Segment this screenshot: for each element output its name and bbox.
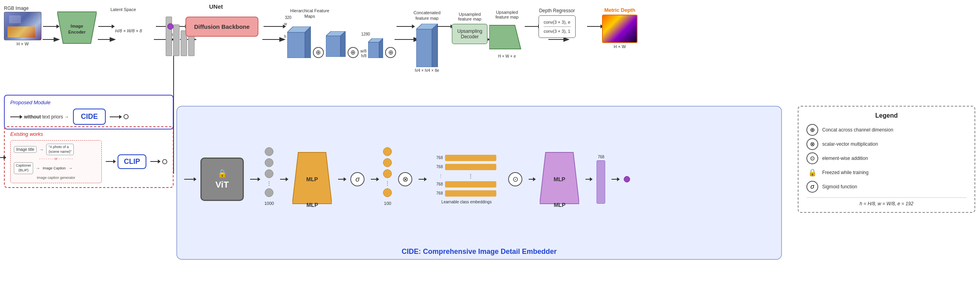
multiply-circle: ⊗ (398, 172, 412, 186)
dot-1 (265, 147, 273, 156)
sigmoid-icon: σ (806, 181, 818, 193)
existing-input-box: Image title → "A photo of a{scene name}"… (10, 140, 102, 183)
orange-dot-4 (383, 188, 392, 197)
legend-item-concat: ⊕ Concat across channel dimension (806, 124, 967, 136)
upsampling-decoder-block: Upsampled feature map Upsampling Decoder (452, 12, 488, 44)
svg-text:Image: Image (71, 24, 83, 28)
vit-label: ViT (215, 180, 229, 190)
mlp1-label: MLP (307, 202, 318, 208)
metric-hw-label: H × W (614, 44, 626, 49)
diffusion-rect: Diffusion Backbone (185, 17, 258, 37)
feature-map-1 (287, 26, 311, 58)
output-dot-proposed (123, 114, 129, 119)
arrow-mlp1-sigma (338, 179, 344, 180)
latent-space-label: Latent Space (110, 7, 136, 12)
photo-quote-box: "A photo of a{scene name}" (46, 144, 74, 155)
feature-map-3 (368, 38, 383, 58)
diffusion-backbone-block: Diffusion Backbone (185, 17, 258, 37)
orange-dot-1 (383, 147, 392, 156)
main-container: RGB Image H × W Image Encoder Latent Spa… (0, 0, 980, 304)
svg-marker-23 (416, 29, 432, 67)
input-dots-column: ⋮ 1000 (264, 147, 274, 212)
class-embed-section: 768 768 ⋮ ⋮ 768 768 (431, 155, 502, 204)
legend-box: Legend ⊕ Concat across channel dimension… (798, 106, 975, 213)
vit-block: 🔒 ViT (200, 158, 244, 201)
legend-item-sigmoid: σ Sigmoid function (806, 181, 967, 193)
hier-feature-maps-block: Hierarchical Feature Maps 320 w h (284, 8, 396, 58)
hier-label: Hierarchical Feature Maps (284, 8, 335, 19)
upsampled-feature-block: Upsampled feature map H × W × e (489, 10, 525, 58)
unet-label: UNet (209, 3, 223, 10)
cide-box-proposed: CIDE (73, 109, 106, 125)
dim-768-out-label: 768 (598, 155, 604, 159)
dim-100-label: 100 (384, 201, 391, 206)
upsample-rect: Upsampling Decoder (452, 24, 488, 44)
concat-icon: ⊕ (806, 124, 818, 136)
svg-marker-16 (305, 26, 311, 58)
arrow-concat-upsample (437, 26, 451, 27)
mlp2-block: MLP MLP (540, 150, 579, 208)
rgb-label: RGB Image (4, 6, 29, 11)
or-divider: - - - - - - - or - - - - - - - (14, 157, 98, 161)
arrow-rgb-encoder (43, 26, 57, 27)
mlp2-svg: MLP (540, 150, 579, 206)
arrow-encoder-latent (98, 26, 112, 27)
plus-op-3: ⊕ (385, 47, 396, 58)
proposed-module-title: Proposed Module (10, 99, 167, 105)
plus-op-1: ⊕ (313, 47, 324, 58)
concat-label: Concatenated feature map (413, 10, 441, 21)
conv2-label: conv(3 × 3), 1 (544, 28, 570, 34)
arrow-sigma-dots (371, 179, 377, 180)
legend-elementwise-text: element-wise addition (822, 156, 868, 161)
without-text-priors: without text priors → (24, 114, 69, 120)
lock-legend-icon: 🔒 (806, 167, 818, 178)
svg-marker-14 (287, 32, 305, 58)
existing-works-title: Existing works (10, 131, 167, 137)
upsampled-feature-svg (489, 21, 525, 53)
dot-4 (265, 188, 273, 197)
dot-2 (265, 158, 273, 167)
arrow-latent-purple (156, 26, 167, 27)
image-caption-label: Image Caption (43, 166, 66, 170)
arrow-in-proposed (10, 116, 20, 117)
svg-text:MLP: MLP (307, 176, 318, 182)
upsamp-label: Upsampled feature map (458, 12, 481, 21)
output-filled-circle-cide (624, 176, 630, 182)
arrow-in-cide (184, 179, 194, 180)
plus-op-2: ⊕ (348, 47, 359, 58)
latent-space-block: Latent Space (110, 7, 136, 14)
metric-depth-image (602, 15, 638, 43)
svg-marker-20 (368, 42, 379, 58)
orange-dots-column: ⋮ 100 (383, 147, 392, 212)
caption-gen-label: Image caption generator (14, 176, 98, 180)
cide-main-panel: CIDE: Comprehensive Image Detail Embedde… (176, 106, 782, 260)
dim-1000-label: 1000 (264, 201, 274, 206)
svg-text:Encoder: Encoder (68, 30, 86, 34)
feature-map-2 (326, 31, 346, 57)
legend-concat-text: Concat across channel dimension (822, 127, 893, 133)
dots-ellipsis-2: ⋮ (385, 180, 390, 186)
arrow-depth-metric (587, 26, 601, 27)
metric-depth-block: CIDE: Comprehensive Image Detail Embedde… (602, 7, 638, 49)
purple-inject-circle (167, 23, 174, 30)
concat-feature-block: Concatenated feature map h/4 × h/4 × 8e (413, 10, 441, 73)
learnable-label: Learnable class embeddings (431, 200, 502, 204)
svg-marker-19 (340, 31, 346, 57)
multiply-icon: ⊗ (806, 138, 818, 150)
orange-dot-3 (383, 169, 392, 178)
legend-title: Legend (806, 112, 967, 119)
svg-marker-17 (326, 36, 340, 57)
arrow-bar-out (612, 179, 617, 180)
output-bar (597, 160, 605, 204)
mlp1-svg: MLP (292, 150, 332, 206)
mlp2-label: MLP (554, 202, 566, 208)
elementwise-icon: ⊙ (806, 152, 818, 164)
legend-multiply-text: scalar-vector multiplication (822, 141, 878, 147)
svg-marker-25 (432, 24, 438, 67)
arrow-upsamp-depth (525, 26, 539, 27)
captioner-label: Captioner(BLIP) (14, 162, 33, 174)
arrow-vit-dots (250, 179, 258, 180)
upsamp-feature-label: Upsampled feature map (496, 10, 519, 19)
arrow-dots-mlp1 (280, 179, 286, 180)
legend-item-elementwise: ⊙ element-wise addition (806, 152, 967, 164)
